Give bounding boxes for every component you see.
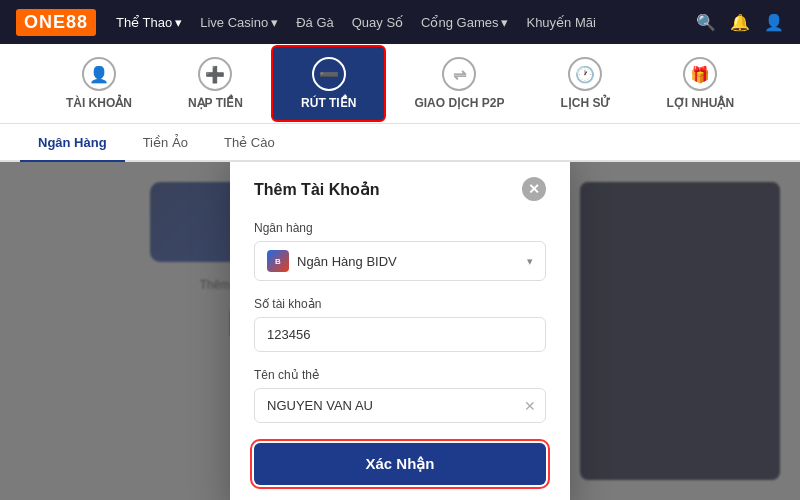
- account-icon: 👤: [82, 57, 116, 91]
- logo[interactable]: ONE88: [16, 9, 96, 36]
- nav-nap-tien[interactable]: ➕ NẠP TIỀN: [160, 57, 271, 110]
- tab-tien-ao[interactable]: Tiền Ảo: [125, 124, 206, 162]
- add-account-modal: Thêm Tài Khoản ✕ Ngân hàng B Ngân Hàng B…: [230, 162, 570, 500]
- chevron-down-icon: ▾: [271, 15, 278, 30]
- tab-ngan-hang[interactable]: Ngân Hàng: [20, 124, 125, 162]
- user-icon[interactable]: 👤: [764, 13, 784, 32]
- tab-the-cao[interactable]: Thẻ Cào: [206, 124, 293, 162]
- card-holder-field: Tên chủ thẻ ✕: [254, 368, 546, 423]
- nav-da-ga[interactable]: Đá Gà: [296, 15, 334, 30]
- top-navigation: ONE88 Thể Thao ▾ Live Casino ▾ Đá Gà Qua…: [0, 0, 800, 44]
- profit-icon: 🎁: [683, 57, 717, 91]
- p2p-icon: ⇌: [442, 57, 476, 91]
- card-holder-wrapper: ✕: [254, 388, 546, 423]
- nav-rut-tien[interactable]: ➖ RÚT TIỀN: [271, 45, 386, 122]
- second-navigation: 👤 TÀI KHOẢN ➕ NẠP TIỀN ➖ RÚT TIỀN ⇌ GIAO…: [0, 44, 800, 124]
- chevron-down-icon: ▾: [175, 15, 182, 30]
- nav-tai-khoan[interactable]: 👤 TÀI KHOẢN: [38, 57, 160, 110]
- bank-label: Ngân hàng: [254, 221, 546, 235]
- nav-quay-so[interactable]: Quay Số: [352, 15, 403, 30]
- modal-close-button[interactable]: ✕: [522, 177, 546, 201]
- chevron-down-icon: ▾: [527, 255, 533, 268]
- account-number-field: Số tài khoản: [254, 297, 546, 352]
- nav-live-casino[interactable]: Live Casino ▾: [200, 15, 278, 30]
- bank-select[interactable]: B Ngân Hàng BIDV ▾: [254, 241, 546, 281]
- nav-loi-nhuan[interactable]: 🎁 LỢI NHUẬN: [638, 57, 762, 110]
- card-holder-label: Tên chủ thẻ: [254, 368, 546, 382]
- account-number-label: Số tài khoản: [254, 297, 546, 311]
- deposit-icon: ➕: [198, 57, 232, 91]
- withdraw-icon: ➖: [312, 57, 346, 91]
- main-content: Thêm tài khoản ngân hàng để bắt Thêm Ngâ…: [0, 162, 800, 500]
- modal-overlay: Thêm Tài Khoản ✕ Ngân hàng B Ngân Hàng B…: [0, 162, 800, 500]
- confirm-button[interactable]: Xác Nhận: [254, 443, 546, 485]
- nav-giao-dich[interactable]: ⇌ GIAO DỊCH P2P: [386, 57, 532, 110]
- history-icon: 🕐: [568, 57, 602, 91]
- nav-the-thao[interactable]: Thể Thao ▾: [116, 15, 182, 30]
- account-number-wrapper: [254, 317, 546, 352]
- account-number-input[interactable]: [254, 317, 546, 352]
- clear-holder-icon[interactable]: ✕: [524, 398, 536, 414]
- chevron-down-icon: ▾: [501, 15, 508, 30]
- nav-lich-su[interactable]: 🕐 LỊCH SỬ: [532, 57, 638, 110]
- nav-cong-games[interactable]: Cổng Games ▾: [421, 15, 508, 30]
- bell-icon[interactable]: 🔔: [730, 13, 750, 32]
- nav-icon-group: 🔍 🔔 👤: [696, 13, 784, 32]
- modal-header: Thêm Tài Khoản ✕: [254, 177, 546, 201]
- bidv-bank-icon: B: [267, 250, 289, 272]
- search-icon[interactable]: 🔍: [696, 13, 716, 32]
- bank-select-value: Ngân Hàng BIDV: [297, 254, 397, 269]
- bank-select-left: B Ngân Hàng BIDV: [267, 250, 397, 272]
- modal-title: Thêm Tài Khoản: [254, 180, 380, 199]
- nav-khuyen-mai[interactable]: Khuyến Mãi: [526, 15, 595, 30]
- nav-items: Thể Thao ▾ Live Casino ▾ Đá Gà Quay Số C…: [116, 15, 676, 30]
- tabs-row: Ngân Hàng Tiền Ảo Thẻ Cào: [0, 124, 800, 162]
- bank-field: Ngân hàng B Ngân Hàng BIDV ▾: [254, 221, 546, 281]
- card-holder-input[interactable]: [254, 388, 546, 423]
